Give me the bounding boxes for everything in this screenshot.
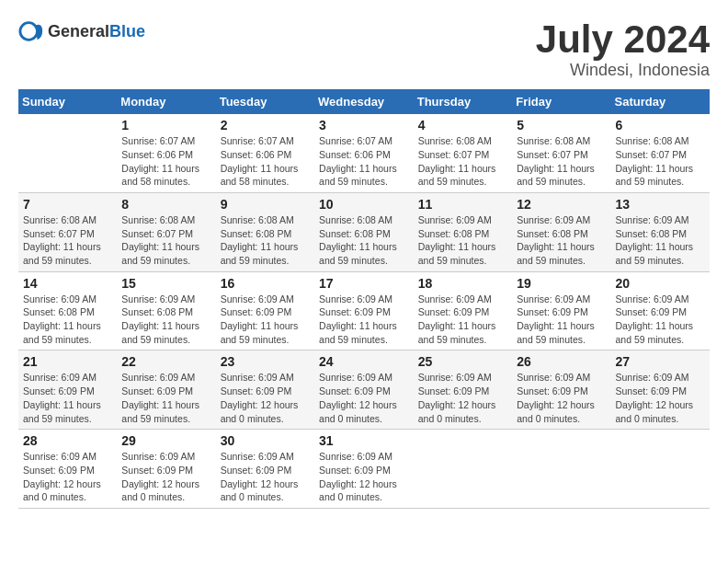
- day-info: Sunrise: 6:09 AMSunset: 6:09 PMDaylight:…: [319, 450, 409, 504]
- calendar-cell: 12Sunrise: 6:09 AMSunset: 6:08 PMDayligh…: [512, 192, 610, 271]
- calendar-cell: 15Sunrise: 6:09 AMSunset: 6:08 PMDayligh…: [117, 271, 215, 350]
- calendar-cell: 24Sunrise: 6:09 AMSunset: 6:09 PMDayligh…: [314, 350, 414, 430]
- calendar-cell: 22Sunrise: 6:09 AMSunset: 6:09 PMDayligh…: [117, 350, 215, 430]
- day-number: 22: [121, 354, 210, 369]
- day-info: Sunrise: 6:09 AMSunset: 6:09 PMDaylight:…: [418, 293, 507, 347]
- weekday-header-monday: Monday: [117, 89, 215, 114]
- weekday-header-wednesday: Wednesday: [314, 89, 414, 114]
- day-info: Sunrise: 6:09 AMSunset: 6:09 PMDaylight:…: [221, 371, 310, 425]
- calendar-week-row: 1Sunrise: 6:07 AMSunset: 6:06 PMDaylight…: [18, 114, 710, 192]
- day-number: 21: [23, 354, 112, 369]
- calendar-cell: 17Sunrise: 6:09 AMSunset: 6:09 PMDayligh…: [314, 271, 414, 350]
- day-number: 14: [23, 276, 112, 291]
- day-info: Sunrise: 6:07 AMSunset: 6:06 PMDaylight:…: [221, 134, 310, 189]
- weekday-header-sunday: Sunday: [18, 89, 117, 114]
- day-number: 9: [221, 197, 310, 212]
- calendar-cell: 31Sunrise: 6:09 AMSunset: 6:09 PMDayligh…: [314, 430, 414, 509]
- day-number: 19: [517, 276, 606, 291]
- calendar-week-row: 14Sunrise: 6:09 AMSunset: 6:08 PMDayligh…: [18, 271, 710, 350]
- day-info: Sunrise: 6:09 AMSunset: 6:09 PMDaylight:…: [517, 371, 606, 425]
- day-info: Sunrise: 6:08 AMSunset: 6:07 PMDaylight:…: [418, 134, 507, 189]
- page-header: GeneralBlue July 2024 Windesi, Indonesia: [18, 18, 710, 80]
- calendar-cell: 9Sunrise: 6:08 AMSunset: 6:08 PMDaylight…: [216, 192, 314, 271]
- day-number: 3: [319, 118, 409, 132]
- day-info: Sunrise: 6:09 AMSunset: 6:09 PMDaylight:…: [121, 371, 210, 425]
- weekday-header-friday: Friday: [512, 89, 610, 114]
- day-info: Sunrise: 6:09 AMSunset: 6:09 PMDaylight:…: [418, 371, 507, 425]
- calendar-cell: 7Sunrise: 6:08 AMSunset: 6:07 PMDaylight…: [18, 192, 117, 271]
- calendar-table: SundayMondayTuesdayWednesdayThursdayFrid…: [18, 89, 710, 509]
- calendar-cell: 29Sunrise: 6:09 AMSunset: 6:09 PMDayligh…: [117, 430, 215, 509]
- day-info: Sunrise: 6:09 AMSunset: 6:08 PMDaylight:…: [23, 293, 112, 347]
- day-info: Sunrise: 6:09 AMSunset: 6:09 PMDaylight:…: [615, 293, 705, 347]
- calendar-week-row: 28Sunrise: 6:09 AMSunset: 6:09 PMDayligh…: [18, 430, 710, 509]
- weekday-header-saturday: Saturday: [610, 89, 710, 114]
- day-number: 28: [23, 433, 112, 448]
- calendar-cell: 14Sunrise: 6:09 AMSunset: 6:08 PMDayligh…: [18, 271, 117, 350]
- calendar-cell: 30Sunrise: 6:09 AMSunset: 6:09 PMDayligh…: [216, 430, 314, 509]
- calendar-cell: 10Sunrise: 6:08 AMSunset: 6:08 PMDayligh…: [314, 192, 414, 271]
- day-number: 30: [221, 433, 310, 448]
- day-info: Sunrise: 6:09 AMSunset: 6:08 PMDaylight:…: [121, 293, 210, 347]
- day-info: Sunrise: 6:08 AMSunset: 6:08 PMDaylight:…: [319, 213, 409, 268]
- day-info: Sunrise: 6:09 AMSunset: 6:09 PMDaylight:…: [23, 450, 112, 504]
- calendar-cell: 20Sunrise: 6:09 AMSunset: 6:09 PMDayligh…: [610, 271, 710, 350]
- day-info: Sunrise: 6:09 AMSunset: 6:08 PMDaylight:…: [517, 213, 606, 268]
- day-info: Sunrise: 6:08 AMSunset: 6:07 PMDaylight:…: [121, 213, 210, 268]
- calendar-cell: [18, 114, 117, 192]
- calendar-cell: 21Sunrise: 6:09 AMSunset: 6:09 PMDayligh…: [18, 350, 117, 430]
- calendar-cell: 27Sunrise: 6:09 AMSunset: 6:09 PMDayligh…: [610, 350, 710, 430]
- calendar-cell: 4Sunrise: 6:08 AMSunset: 6:07 PMDaylight…: [414, 114, 512, 192]
- day-info: Sunrise: 6:09 AMSunset: 6:09 PMDaylight:…: [221, 450, 310, 504]
- day-number: 26: [517, 354, 606, 369]
- calendar-cell: [512, 430, 610, 509]
- day-number: 27: [615, 354, 705, 369]
- location-subtitle: Windesi, Indonesia: [536, 61, 710, 80]
- calendar-cell: 3Sunrise: 6:07 AMSunset: 6:06 PMDaylight…: [314, 114, 414, 192]
- day-number: 15: [121, 276, 210, 291]
- day-number: 5: [517, 118, 606, 132]
- day-number: 4: [418, 118, 507, 132]
- day-number: 13: [615, 197, 705, 212]
- day-info: Sunrise: 6:08 AMSunset: 6:07 PMDaylight:…: [517, 134, 606, 189]
- logo-general-text: General: [48, 22, 109, 40]
- day-info: Sunrise: 6:08 AMSunset: 6:07 PMDaylight:…: [23, 213, 112, 268]
- month-year-title: July 2024: [536, 18, 710, 61]
- day-info: Sunrise: 6:08 AMSunset: 6:08 PMDaylight:…: [221, 213, 310, 268]
- day-number: 23: [221, 354, 310, 369]
- day-number: 18: [418, 276, 507, 291]
- calendar-cell: 16Sunrise: 6:09 AMSunset: 6:09 PMDayligh…: [216, 271, 314, 350]
- calendar-cell: 26Sunrise: 6:09 AMSunset: 6:09 PMDayligh…: [512, 350, 610, 430]
- day-number: 10: [319, 197, 409, 212]
- logo: GeneralBlue: [18, 18, 145, 44]
- day-number: 29: [121, 433, 210, 448]
- day-number: 2: [221, 118, 310, 132]
- calendar-cell: 11Sunrise: 6:09 AMSunset: 6:08 PMDayligh…: [414, 192, 512, 271]
- calendar-cell: 23Sunrise: 6:09 AMSunset: 6:09 PMDayligh…: [216, 350, 314, 430]
- day-info: Sunrise: 6:09 AMSunset: 6:09 PMDaylight:…: [23, 371, 112, 425]
- weekday-header-thursday: Thursday: [414, 89, 512, 114]
- day-info: Sunrise: 6:09 AMSunset: 6:08 PMDaylight:…: [615, 213, 705, 268]
- day-number: 16: [221, 276, 310, 291]
- day-number: 12: [517, 197, 606, 212]
- day-number: 6: [615, 118, 705, 132]
- day-info: Sunrise: 6:09 AMSunset: 6:09 PMDaylight:…: [319, 371, 409, 425]
- day-info: Sunrise: 6:08 AMSunset: 6:07 PMDaylight:…: [615, 134, 705, 189]
- calendar-week-row: 21Sunrise: 6:09 AMSunset: 6:09 PMDayligh…: [18, 350, 710, 430]
- day-info: Sunrise: 6:09 AMSunset: 6:09 PMDaylight:…: [319, 293, 409, 347]
- calendar-cell: [610, 430, 710, 509]
- day-info: Sunrise: 6:09 AMSunset: 6:09 PMDaylight:…: [121, 450, 210, 504]
- calendar-cell: 6Sunrise: 6:08 AMSunset: 6:07 PMDaylight…: [610, 114, 710, 192]
- calendar-cell: 8Sunrise: 6:08 AMSunset: 6:07 PMDaylight…: [117, 192, 215, 271]
- day-info: Sunrise: 6:09 AMSunset: 6:08 PMDaylight:…: [418, 213, 507, 268]
- day-info: Sunrise: 6:07 AMSunset: 6:06 PMDaylight:…: [319, 134, 409, 189]
- logo-blue-text: Blue: [109, 22, 145, 40]
- day-number: 1: [121, 118, 210, 132]
- svg-point-0: [20, 23, 38, 40]
- calendar-cell: 19Sunrise: 6:09 AMSunset: 6:09 PMDayligh…: [512, 271, 610, 350]
- day-info: Sunrise: 6:09 AMSunset: 6:09 PMDaylight:…: [615, 371, 705, 425]
- day-number: 17: [319, 276, 409, 291]
- calendar-cell: 28Sunrise: 6:09 AMSunset: 6:09 PMDayligh…: [18, 430, 117, 509]
- day-number: 31: [319, 433, 409, 448]
- day-info: Sunrise: 6:09 AMSunset: 6:09 PMDaylight:…: [221, 293, 310, 347]
